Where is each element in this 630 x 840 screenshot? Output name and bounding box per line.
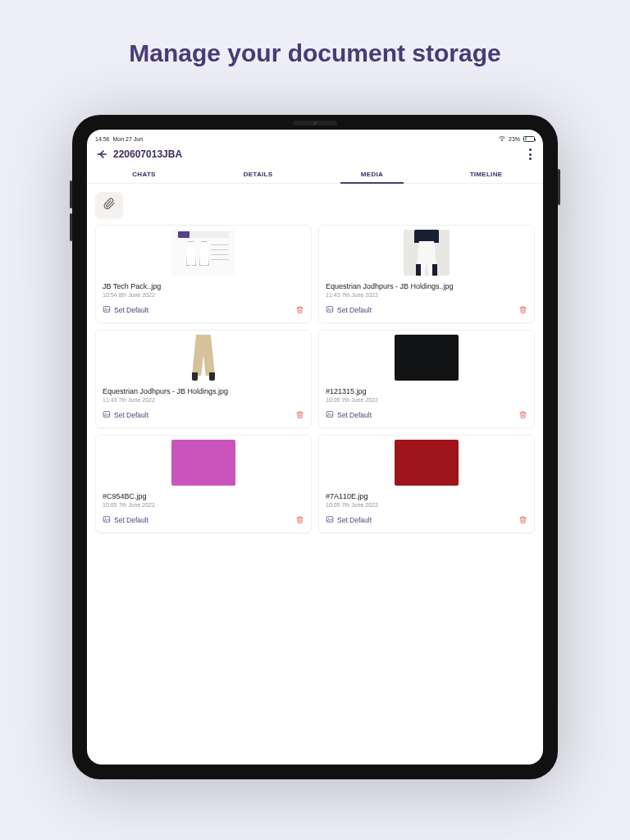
set-default-label: Set Default bbox=[114, 306, 148, 314]
file-timestamp: 10:05 7th June 2022 bbox=[326, 502, 527, 508]
svg-rect-8 bbox=[103, 516, 110, 522]
svg-point-5 bbox=[105, 413, 106, 413]
battery-icon bbox=[523, 136, 535, 142]
file-timestamp: 10:05 7th June 2022 bbox=[103, 502, 304, 508]
swatch-thumbnail bbox=[395, 335, 459, 381]
media-grid: JB Tech Pack..jpg10:54 8th June 2022Set … bbox=[87, 225, 543, 541]
delete-button[interactable] bbox=[295, 408, 304, 422]
set-default-button[interactable]: Set Default bbox=[103, 410, 148, 420]
paperclip-icon bbox=[103, 197, 116, 213]
attach-button[interactable] bbox=[95, 192, 123, 218]
app-screen: 14:56 Mon 27 Jun 23% 220607013JBA bbox=[87, 130, 543, 765]
app-header: 220607013JBA bbox=[87, 144, 543, 166]
media-card[interactable]: #7A110E.jpg10:05 7th June 2022Set Defaul… bbox=[318, 435, 535, 533]
power-button bbox=[558, 169, 560, 205]
svg-point-7 bbox=[328, 413, 329, 413]
set-default-button[interactable]: Set Default bbox=[103, 515, 148, 525]
svg-rect-6 bbox=[326, 411, 333, 417]
image-icon bbox=[103, 410, 111, 420]
techpack-thumbnail bbox=[171, 230, 235, 276]
back-arrow-icon[interactable] bbox=[95, 148, 108, 161]
svg-rect-10 bbox=[326, 516, 333, 522]
file-name: JB Tech Pack..jpg bbox=[103, 283, 304, 291]
thumbnail-area bbox=[96, 331, 311, 385]
set-default-label: Set Default bbox=[114, 516, 148, 524]
delete-button[interactable] bbox=[518, 408, 527, 422]
set-default-label: Set Default bbox=[337, 516, 372, 524]
jodhpur-white-thumbnail bbox=[404, 230, 450, 276]
jodhpur-tan-thumbnail bbox=[185, 335, 221, 381]
set-default-label: Set Default bbox=[337, 306, 372, 314]
trash-icon bbox=[295, 303, 304, 317]
file-name: Equestrian Jodhpurs - JB Holdings..jpg bbox=[326, 283, 527, 291]
swatch-thumbnail bbox=[171, 440, 235, 486]
trash-icon bbox=[518, 408, 527, 422]
file-timestamp: 10:05 7th June 2022 bbox=[326, 397, 527, 403]
file-name: #121315.jpg bbox=[326, 388, 527, 396]
file-timestamp: 10:54 8th June 2022 bbox=[103, 292, 304, 298]
image-icon bbox=[326, 410, 334, 420]
media-card[interactable]: Equestrian Jodhpurs - JB Holdings..jpg11… bbox=[318, 225, 535, 323]
file-timestamp: 11:43 7th June 2022 bbox=[103, 397, 304, 403]
svg-rect-2 bbox=[326, 307, 333, 313]
tab-details[interactable]: DETAILS bbox=[201, 166, 315, 183]
thumbnail-area bbox=[96, 226, 311, 280]
swatch-thumbnail bbox=[395, 440, 459, 486]
delete-button[interactable] bbox=[518, 513, 527, 527]
media-card[interactable]: Equestrian Jodhpurs - JB Holdings.jpg11:… bbox=[95, 330, 312, 428]
page-title: 220607013JBA bbox=[113, 148, 182, 160]
image-icon bbox=[103, 305, 111, 315]
battery-percent: 23% bbox=[509, 136, 520, 142]
set-default-button[interactable]: Set Default bbox=[326, 410, 372, 420]
trash-icon bbox=[295, 513, 304, 527]
trash-icon bbox=[518, 303, 527, 317]
tab-timeline[interactable]: TIMELINE bbox=[429, 166, 543, 183]
file-name: #C954BC.jpg bbox=[103, 493, 304, 501]
media-card[interactable]: JB Tech Pack..jpg10:54 8th June 2022Set … bbox=[95, 225, 312, 323]
image-icon bbox=[326, 305, 334, 315]
media-card[interactable]: #C954BC.jpg10:05 7th June 2022Set Defaul… bbox=[95, 435, 312, 533]
set-default-label: Set Default bbox=[337, 411, 372, 419]
trash-icon bbox=[295, 408, 304, 422]
tab-chats[interactable]: CHATS bbox=[87, 166, 201, 183]
file-timestamp: 11:43 7th June 2022 bbox=[326, 292, 527, 298]
status-time: 14:56 bbox=[95, 136, 110, 142]
delete-button[interactable] bbox=[518, 303, 527, 317]
file-name: #7A110E.jpg bbox=[326, 493, 527, 501]
thumbnail-area bbox=[319, 226, 534, 280]
tab-media[interactable]: MEDIA bbox=[315, 166, 429, 183]
set-default-button[interactable]: Set Default bbox=[326, 515, 372, 525]
more-vertical-icon[interactable] bbox=[525, 148, 535, 160]
thumbnail-area bbox=[319, 436, 534, 490]
status-date: Mon 27 Jun bbox=[113, 136, 144, 142]
set-default-button[interactable]: Set Default bbox=[103, 305, 148, 315]
image-icon bbox=[326, 515, 334, 525]
svg-rect-0 bbox=[103, 307, 110, 313]
delete-button[interactable] bbox=[295, 303, 304, 317]
svg-point-3 bbox=[328, 308, 329, 308]
svg-point-1 bbox=[105, 308, 106, 308]
tablet-frame: 14:56 Mon 27 Jun 23% 220607013JBA bbox=[72, 115, 558, 779]
status-bar: 14:56 Mon 27 Jun 23% bbox=[87, 133, 543, 144]
tab-bar: CHATS DETAILS MEDIA TIMELINE bbox=[87, 166, 543, 184]
hero-title: Manage your document storage bbox=[0, 0, 630, 67]
file-name: Equestrian Jodhpurs - JB Holdings.jpg bbox=[103, 388, 304, 396]
delete-button[interactable] bbox=[295, 513, 304, 527]
thumbnail-area bbox=[319, 331, 534, 385]
set-default-label: Set Default bbox=[114, 411, 148, 419]
tablet-camera-notch bbox=[293, 121, 337, 126]
svg-point-9 bbox=[105, 518, 106, 518]
media-card[interactable]: #121315.jpg10:05 7th June 2022Set Defaul… bbox=[318, 330, 535, 428]
svg-rect-4 bbox=[103, 411, 110, 417]
thumbnail-area bbox=[96, 436, 311, 490]
svg-point-11 bbox=[328, 518, 329, 518]
image-icon bbox=[103, 515, 111, 525]
wifi-icon bbox=[499, 136, 505, 141]
set-default-button[interactable]: Set Default bbox=[326, 305, 372, 315]
trash-icon bbox=[518, 513, 527, 527]
